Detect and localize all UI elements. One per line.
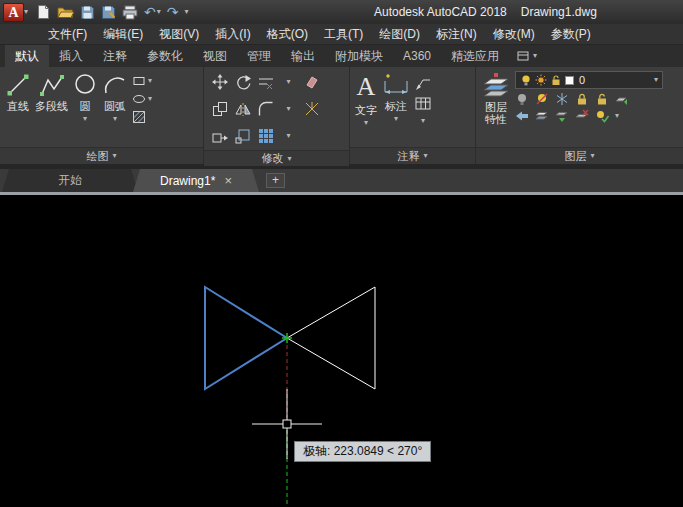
- menu-dimension[interactable]: 标注(N): [428, 24, 485, 44]
- layer-match-icon[interactable]: [615, 92, 629, 106]
- redo-button[interactable]: ↷: [164, 1, 182, 23]
- scale-icon[interactable]: [235, 128, 251, 144]
- chevron-down-icon[interactable]: ▾: [286, 78, 290, 86]
- tool-label: 标注: [385, 99, 407, 114]
- ribbon-tab-insert[interactable]: 插入: [49, 45, 93, 67]
- layer-walk-icon[interactable]: [535, 109, 549, 123]
- panel-layers-footer[interactable]: 图层 ▾: [476, 147, 683, 164]
- tool-label: 直线: [7, 99, 29, 114]
- new-file-button[interactable]: [33, 1, 54, 23]
- plot-button[interactable]: [119, 1, 141, 23]
- panel-annotation-footer[interactable]: 注释 ▾: [350, 147, 475, 164]
- circle-tool-button[interactable]: 圆 ▾: [72, 70, 98, 123]
- close-icon[interactable]: ×: [224, 174, 232, 187]
- menu-edit[interactable]: 编辑(E): [95, 24, 151, 44]
- ribbon-tab-a360[interactable]: A360: [393, 45, 441, 67]
- undo-button[interactable]: ↶ ▾: [141, 1, 164, 23]
- layer-on-bulb-icon: [520, 74, 532, 86]
- right-triangle[interactable]: [287, 287, 375, 389]
- chevron-down-icon[interactable]: ▾: [615, 112, 619, 120]
- erase-icon[interactable]: [304, 74, 320, 90]
- left-triangle[interactable]: [205, 287, 287, 389]
- tool-label: 圆: [80, 99, 91, 114]
- ribbon-tab-parametric[interactable]: 参数化: [137, 45, 193, 67]
- file-tab-start[interactable]: 开始: [2, 169, 138, 192]
- text-tool-button[interactable]: A 文字 ▾: [355, 70, 377, 127]
- layer-dropdown[interactable]: 0 ▾: [515, 71, 663, 89]
- layer-unlock-tool-icon[interactable]: [595, 92, 609, 106]
- menu-insert[interactable]: 插入(I): [207, 24, 258, 44]
- layer-on-all-icon[interactable]: [595, 109, 609, 123]
- copy-icon[interactable]: [212, 101, 228, 117]
- ribbon-tab-home[interactable]: 默认: [5, 45, 49, 67]
- leader-icon[interactable]: [415, 75, 431, 91]
- application-menu-button[interactable]: A ▾: [0, 0, 33, 24]
- ellipse-tool-button[interactable]: ▾: [132, 92, 152, 106]
- mirror-icon[interactable]: [235, 101, 251, 117]
- arc-tool-button[interactable]: 圆弧 ▾: [102, 70, 128, 123]
- save-icon: [80, 5, 95, 20]
- new-file-icon: [36, 4, 51, 20]
- layer-freeze-icon[interactable]: [555, 92, 569, 106]
- layer-merge-icon[interactable]: [555, 109, 569, 123]
- ribbon-tab-manage[interactable]: 管理: [237, 45, 281, 67]
- plus-icon: +: [272, 173, 279, 187]
- panel-layers: 图层特性 0 ▾: [476, 67, 683, 164]
- layer-controls: 0 ▾: [515, 70, 663, 123]
- autocad-window: A ▾ ↶ ▾ ↷: [0, 0, 683, 507]
- layer-lock-icon[interactable]: [575, 92, 589, 106]
- chevron-down-icon: ▾: [113, 115, 117, 123]
- chevron-down-icon[interactable]: ▾: [286, 105, 290, 113]
- panel-modify-footer[interactable]: 修改 ▾: [204, 150, 349, 166]
- table-icon[interactable]: [415, 96, 431, 112]
- save-as-button[interactable]: [98, 1, 119, 23]
- ribbon-tab-annotate[interactable]: 注释: [93, 45, 137, 67]
- file-tab-drawing1[interactable]: Drawing1* ×: [133, 169, 259, 192]
- layer-isolate-icon[interactable]: [535, 92, 549, 106]
- ribbon-tab-addins[interactable]: 附加模块: [325, 45, 393, 67]
- ribbon-tab-featured-apps[interactable]: 精选应用: [441, 45, 509, 67]
- menu-parametric[interactable]: 参数(P): [543, 24, 599, 44]
- layer-delete-icon[interactable]: [575, 109, 589, 123]
- text-icon: A: [357, 72, 376, 102]
- menu-modify[interactable]: 修改(M): [485, 24, 543, 44]
- chevron-down-icon[interactable]: ▾: [286, 132, 290, 140]
- layer-previous-icon[interactable]: [515, 109, 529, 123]
- layer-off-icon[interactable]: [515, 92, 529, 106]
- qat-customize-button[interactable]: ▾: [182, 1, 192, 23]
- chevron-down-icon: ▾: [287, 155, 291, 163]
- line-tool-button[interactable]: 直线: [5, 70, 31, 114]
- dimension-tool-button[interactable]: 标注 ▾: [381, 70, 411, 123]
- chevron-down-icon[interactable]: ▾: [421, 117, 425, 125]
- explode-icon[interactable]: [304, 101, 320, 117]
- polyline-tool-button[interactable]: 多段线: [35, 70, 68, 114]
- menu-view[interactable]: 视图(V): [151, 24, 207, 44]
- chevron-down-icon: ▾: [185, 8, 189, 16]
- trim-icon[interactable]: [258, 74, 274, 90]
- fillet-icon[interactable]: [258, 101, 274, 117]
- menubar: 文件(F) 编辑(E) 视图(V) 插入(I) 格式(O) 工具(T) 绘图(D…: [0, 24, 683, 45]
- rotate-icon[interactable]: [235, 74, 251, 90]
- move-icon[interactable]: [212, 74, 228, 90]
- polar-tracking-tooltip: 极轴: 223.0849 < 270°: [294, 441, 431, 462]
- titlebar: A ▾ ↶ ▾ ↷: [0, 0, 683, 24]
- ribbon-tab-view[interactable]: 视图: [193, 45, 237, 67]
- array-icon[interactable]: [258, 128, 274, 144]
- panel-draw-footer[interactable]: 绘图 ▾: [0, 147, 203, 164]
- rectangle-tool-button[interactable]: ▾: [132, 74, 152, 88]
- menu-format[interactable]: 格式(O): [259, 24, 316, 44]
- menu-file[interactable]: 文件(F): [40, 24, 95, 44]
- menu-draw[interactable]: 绘图(D): [371, 24, 428, 44]
- open-file-button[interactable]: [54, 1, 77, 23]
- drawing-canvas[interactable]: 极轴: 223.0849 < 270°: [0, 195, 683, 507]
- ribbon-tab-output[interactable]: 输出: [281, 45, 325, 67]
- layer-thaw-sun-icon: [535, 74, 547, 86]
- new-drawing-button[interactable]: +: [266, 173, 285, 188]
- ribbon-options-button[interactable]: ▾: [509, 45, 544, 67]
- hatch-tool-button[interactable]: [132, 110, 152, 124]
- menu-tools[interactable]: 工具(T): [316, 24, 371, 44]
- save-button[interactable]: [77, 1, 98, 23]
- stretch-icon[interactable]: [212, 128, 228, 144]
- polyline-icon: [39, 72, 65, 98]
- layer-properties-button[interactable]: 图层特性: [481, 70, 511, 125]
